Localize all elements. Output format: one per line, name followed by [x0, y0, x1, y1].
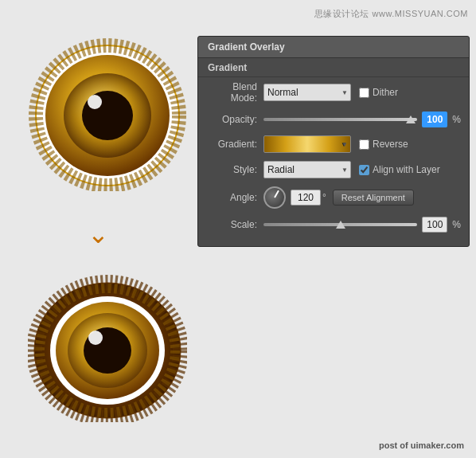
- blend-mode-select-wrapper[interactable]: Normal Dissolve Multiply Screen Overlay: [263, 84, 351, 101]
- gradient-label: Gradient:: [206, 139, 263, 150]
- blend-mode-row: Blend Mode: Normal Dissolve Multiply Scr…: [198, 77, 469, 108]
- align-layer-label: Align with Layer: [373, 164, 440, 175]
- reverse-checkbox[interactable]: [359, 139, 369, 150]
- svg-point-13: [88, 331, 103, 345]
- gradient-swatch-wrapper[interactable]: [263, 135, 351, 153]
- angle-dial[interactable]: [263, 186, 286, 209]
- scale-slider-track[interactable]: [263, 223, 417, 226]
- angle-unit: °: [322, 192, 326, 203]
- scale-slider-thumb: [336, 221, 345, 229]
- eye-illustration-top: [28, 32, 187, 191]
- angle-value-input[interactable]: [291, 190, 321, 206]
- watermark-brand: uimaker: [411, 440, 444, 450]
- opacity-unit: %: [452, 114, 461, 125]
- gradient-row: Gradient: Reverse: [198, 131, 469, 157]
- panel-title: Gradient Overlay: [198, 37, 469, 58]
- watermark-bottom-prefix: post of: [379, 440, 411, 450]
- watermark-suffix: .com: [443, 440, 464, 450]
- scale-value[interactable]: [422, 217, 447, 233]
- scale-row: Scale: %: [198, 213, 469, 237]
- dither-group: Dither: [359, 87, 398, 98]
- dither-checkbox[interactable]: [359, 88, 369, 98]
- opacity-slider-thumb: [406, 115, 416, 123]
- panel-subtitle: Gradient: [198, 58, 469, 77]
- style-select-wrapper[interactable]: Radial Linear Angle Reflected Diamond: [263, 161, 351, 178]
- style-row: Style: Radial Linear Angle Reflected Dia…: [198, 157, 469, 182]
- angle-row: Angle: ° Reset Alignment: [198, 182, 469, 213]
- align-layer-checkbox[interactable]: [359, 165, 369, 175]
- gradient-overlay-panel: Gradient Overlay Gradient Blend Mode: No…: [197, 36, 470, 247]
- opacity-slider-track[interactable]: [263, 118, 417, 121]
- svg-point-4: [88, 95, 102, 109]
- opacity-row: Opacity: %: [198, 108, 469, 131]
- watermark-top: 思缘设计论坛 www.MISSYUAN.COM: [314, 8, 468, 20]
- dither-label: Dither: [373, 87, 398, 98]
- gradient-swatch[interactable]: [263, 135, 351, 153]
- blend-mode-label: Blend Mode:: [206, 81, 263, 104]
- style-label: Style:: [206, 164, 263, 175]
- opacity-slider-container: %: [263, 112, 461, 127]
- scale-slider-container: %: [263, 217, 461, 233]
- align-layer-group: Align with Layer: [359, 164, 440, 175]
- reverse-label: Reverse: [373, 139, 408, 150]
- watermark-bottom: post of uimaker.com: [379, 440, 464, 450]
- style-select[interactable]: Radial Linear Angle Reflected Diamond: [263, 161, 351, 178]
- opacity-label: Opacity:: [206, 114, 263, 125]
- opacity-value[interactable]: [422, 112, 447, 127]
- angle-label: Angle:: [206, 192, 263, 203]
- eye-illustration-bottom: [28, 271, 187, 422]
- reverse-group: Reverse: [359, 139, 408, 150]
- scale-label: Scale:: [206, 219, 263, 230]
- blend-mode-select[interactable]: Normal Dissolve Multiply Screen Overlay: [263, 84, 351, 101]
- scale-unit: %: [452, 219, 461, 230]
- reset-alignment-button[interactable]: Reset Alignment: [333, 190, 414, 206]
